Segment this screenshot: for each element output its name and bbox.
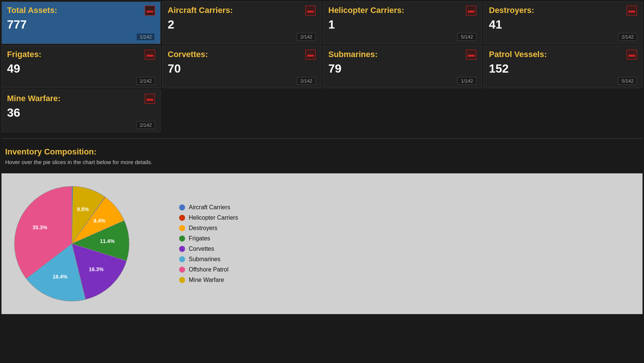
card-frigates[interactable]: Frigates: ▬ 49 1/142 <box>1 46 161 88</box>
card-title: Mine Warfare: <box>7 94 61 103</box>
composition-title: Inventory Composition: <box>5 147 639 157</box>
legend-item: Submarines <box>179 256 238 263</box>
card-destroyers[interactable]: Destroyers: ▬ 41 2/142 <box>483 1 643 44</box>
card-value: 152 <box>489 62 637 76</box>
legend-label: Destroyers <box>189 225 217 232</box>
section-divider <box>1 138 643 139</box>
legend-label: Submarines <box>189 256 220 263</box>
legend-item: Aircraft Carriers <box>179 204 238 211</box>
legend-label: Helicopter Carriers <box>189 214 238 221</box>
cards-grid: Total Assets: ▬ 777 1/142 Aircraft Carri… <box>0 0 644 134</box>
card-badge: 5/142 <box>457 33 476 41</box>
legend-color <box>179 267 185 273</box>
card-badge: 1/142 <box>136 77 155 85</box>
composition-section: Inventory Composition: Hover over the pi… <box>0 143 644 173</box>
card-header: Destroyers: ▬ <box>489 6 637 16</box>
card-value: 1 <box>328 18 476 31</box>
card-header: Frigates: ▬ <box>7 50 155 60</box>
card-title: Aircraft Carriers: <box>168 6 233 15</box>
card-title: Frigates: <box>7 50 41 59</box>
svg-text:18.4%: 18.4% <box>53 274 67 280</box>
legend-color <box>179 215 185 221</box>
card-title: Destroyers: <box>489 6 534 15</box>
legend-item: Offshore Patrol <box>179 266 238 273</box>
card-badge: 2/142 <box>297 33 316 41</box>
card-header: Mine Warfare: ▬ <box>7 94 155 104</box>
card-badge: 2/142 <box>136 121 155 129</box>
card-footer: 1/142 <box>7 33 155 41</box>
legend-color <box>179 277 185 283</box>
card-footer: 1/142 <box>328 77 476 85</box>
card-value: 79 <box>328 62 476 76</box>
card-title: Corvettes: <box>168 50 208 59</box>
card-value: 36 <box>7 106 155 120</box>
card-footer: 5/142 <box>489 77 637 85</box>
card-corvettes[interactable]: Corvettes: ▬ 70 2/142 <box>162 46 321 88</box>
svg-text:9.5%: 9.5% <box>77 206 89 212</box>
legend-color <box>179 225 185 231</box>
card-patrol-vessels[interactable]: Patrol Vessels: ▬ 152 5/142 <box>483 46 643 88</box>
chart-icon[interactable]: ▬ <box>305 6 316 16</box>
legend-item: Destroyers <box>179 225 238 232</box>
legend-label: Mine Warfare <box>189 277 224 283</box>
chart-icon[interactable]: ▬ <box>305 50 316 60</box>
card-aircraft-carriers[interactable]: Aircraft Carriers: ▬ 2 2/142 <box>162 1 321 44</box>
card-badge: 2/142 <box>297 77 316 85</box>
chart-icon[interactable]: ▬ <box>145 50 155 60</box>
legend-label: Offshore Patrol <box>189 266 228 273</box>
card-header: Aircraft Carriers: ▬ <box>168 6 316 16</box>
chart-icon[interactable]: ▬ <box>466 50 476 60</box>
card-badge: 5/142 <box>618 77 637 85</box>
legend-item: Helicopter Carriers <box>179 214 238 221</box>
card-footer: 2/142 <box>168 77 316 85</box>
card-title: Total Assets: <box>7 6 57 15</box>
chart-legend: Aircraft Carriers Helicopter Carriers De… <box>179 204 238 283</box>
card-value: 49 <box>7 62 155 76</box>
legend-color <box>179 246 185 252</box>
card-title: Helicopter Carriers: <box>328 6 404 15</box>
card-title: Patrol Vessels: <box>489 50 547 59</box>
card-value: 777 <box>7 18 155 31</box>
chart-icon[interactable]: ▬ <box>466 6 476 16</box>
card-submarines[interactable]: Submarines: ▬ 79 1/142 <box>323 46 482 88</box>
svg-text:11.4%: 11.4% <box>100 238 115 244</box>
svg-text:16.3%: 16.3% <box>89 266 104 272</box>
svg-text:35.3%: 35.3% <box>33 224 47 230</box>
legend-label: Corvettes <box>189 246 214 252</box>
legend-color <box>179 256 185 262</box>
card-badge: 2/142 <box>618 33 637 41</box>
composition-subtitle: Hover over the pie slices in the chart b… <box>5 159 639 165</box>
svg-text:8.4%: 8.4% <box>94 218 105 224</box>
chart-icon[interactable]: ▬ <box>627 6 637 16</box>
card-footer: 1/142 <box>7 77 155 85</box>
chart-icon[interactable]: ▬ <box>627 50 637 60</box>
card-value: 2 <box>168 18 316 31</box>
card-helicopter-carriers[interactable]: Helicopter Carriers: ▬ 1 5/142 <box>323 1 482 44</box>
card-header: Submarines: ▬ <box>328 50 476 60</box>
card-title: Submarines: <box>328 50 378 59</box>
legend-item: Mine Warfare <box>179 277 238 283</box>
card-mine-warfare[interactable]: Mine Warfare: ▬ 36 2/142 <box>1 90 161 132</box>
card-badge: 1/142 <box>136 33 155 41</box>
legend-color <box>179 236 185 242</box>
chart-icon[interactable]: ▬ <box>145 94 155 104</box>
card-header: Patrol Vessels: ▬ <box>489 50 637 60</box>
chart-icon[interactable]: ▬ <box>145 6 155 16</box>
legend-item: Corvettes <box>179 246 238 252</box>
card-header: Corvettes: ▬ <box>168 50 316 60</box>
card-header: Helicopter Carriers: ▬ <box>328 6 476 16</box>
card-value: 41 <box>489 18 637 31</box>
card-badge: 1/142 <box>457 77 476 85</box>
card-header: Total Assets: ▬ <box>7 6 155 16</box>
chart-container: 9.5%8.4%11.4%16.3%18.4%35.3% Aircraft Ca… <box>1 173 643 314</box>
card-footer: 2/142 <box>7 121 155 129</box>
card-footer: 2/142 <box>168 33 316 41</box>
legend-color <box>179 204 185 210</box>
legend-label: Aircraft Carriers <box>189 204 230 211</box>
pie-chart: 9.5%8.4%11.4%16.3%18.4%35.3% <box>9 181 135 307</box>
legend-label: Frigates <box>189 235 210 242</box>
card-value: 70 <box>168 62 316 76</box>
card-footer: 5/142 <box>328 33 476 41</box>
card-footer: 2/142 <box>489 33 637 41</box>
card-total-assets[interactable]: Total Assets: ▬ 777 1/142 <box>1 1 161 44</box>
